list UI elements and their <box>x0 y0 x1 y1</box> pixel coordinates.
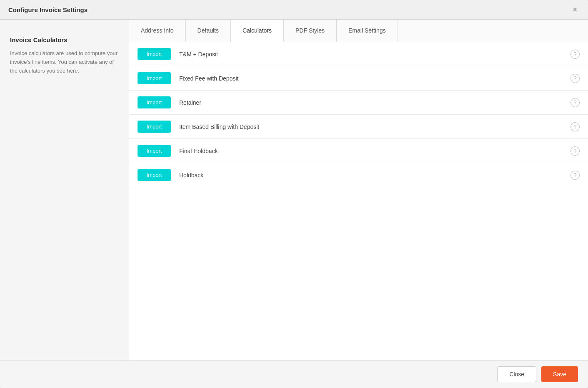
help-icon-6[interactable]: ? <box>570 171 580 180</box>
save-button[interactable]: Save <box>541 366 578 382</box>
tab-address-info[interactable]: Address Info <box>129 20 186 42</box>
help-icon-2[interactable]: ? <box>570 74 580 83</box>
calculator-name-1: T&M + Deposit <box>179 51 570 58</box>
calculator-row: Import Retainer ? <box>129 91 588 115</box>
main-content: Address Info Defaults Calculators PDF St… <box>129 20 588 360</box>
tab-defaults[interactable]: Defaults <box>186 20 231 42</box>
help-icon-1[interactable]: ? <box>570 50 580 59</box>
import-button-4[interactable]: Import <box>138 121 171 133</box>
calculator-name-4: Item Based Billing with Deposit <box>179 123 570 130</box>
import-button-1[interactable]: Import <box>138 48 171 60</box>
calculator-row: Import Item Based Billing with Deposit ? <box>129 115 588 139</box>
sidebar: Invoice Calculators Invoice calculators … <box>0 20 129 360</box>
tab-calculators[interactable]: Calculators <box>231 20 284 42</box>
help-icon-4[interactable]: ? <box>570 122 580 131</box>
tabs-container: Address Info Defaults Calculators PDF St… <box>129 20 588 42</box>
modal-footer: Close Save <box>0 360 588 388</box>
modal-body: Invoice Calculators Invoice calculators … <box>0 20 588 360</box>
close-button[interactable]: Close <box>497 366 536 382</box>
calculator-name-2: Fixed Fee with Deposit <box>179 75 570 82</box>
sidebar-title: Invoice Calculators <box>10 36 119 43</box>
import-button-2[interactable]: Import <box>138 72 171 84</box>
calculator-row: Import T&M + Deposit ? <box>129 42 588 66</box>
modal-header: Configure Invoice Settings × <box>0 0 588 20</box>
calculator-row: Import Holdback ? <box>129 163 588 187</box>
calculator-row: Import Final Holdback ? <box>129 139 588 163</box>
import-button-5[interactable]: Import <box>138 145 171 157</box>
sidebar-description: Invoice calculators are used to compute … <box>10 49 119 75</box>
calculator-name-5: Final Holdback <box>179 148 570 154</box>
configure-invoice-settings-modal: Configure Invoice Settings × Invoice Cal… <box>0 0 588 388</box>
help-icon-3[interactable]: ? <box>570 98 580 107</box>
modal-title: Configure Invoice Settings <box>8 6 88 13</box>
calculator-row: Import Fixed Fee with Deposit ? <box>129 66 588 91</box>
help-icon-5[interactable]: ? <box>570 146 580 156</box>
import-button-3[interactable]: Import <box>138 96 171 108</box>
import-button-6[interactable]: Import <box>138 169 171 181</box>
tab-pdf-styles[interactable]: PDF Styles <box>284 20 337 42</box>
calculators-list: Import T&M + Deposit ? Import Fixed Fee … <box>129 42 588 360</box>
tab-email-settings[interactable]: Email Settings <box>337 20 398 42</box>
calculator-name-3: Retainer <box>179 99 570 106</box>
calculator-name-6: Holdback <box>179 172 570 179</box>
close-icon[interactable]: × <box>570 5 580 14</box>
